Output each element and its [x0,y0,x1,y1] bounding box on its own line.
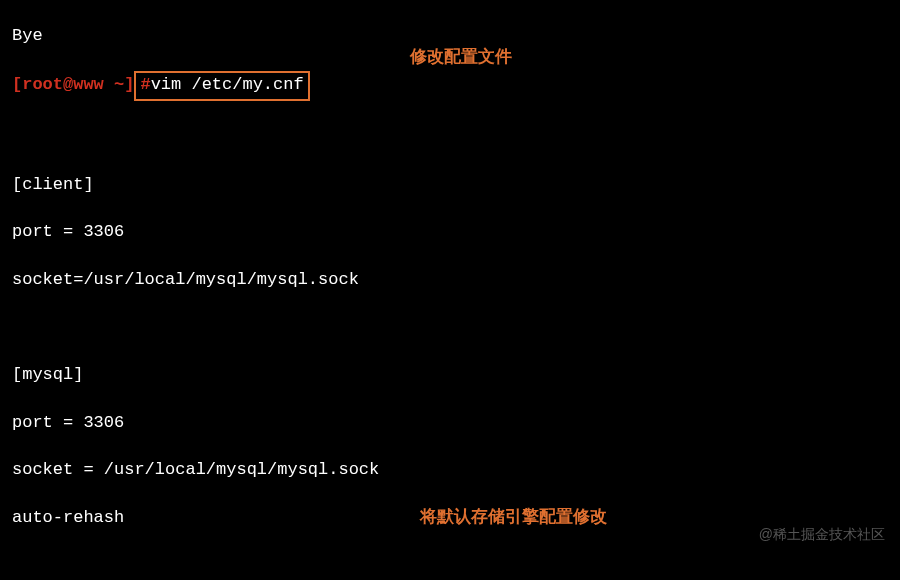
terminal-output[interactable]: Bye [root@www ~]#vim /etc/my.cnf [client… [0,0,900,580]
cfg-mysql-header: [mysql] [12,363,888,387]
watermark: @稀土掘金技术社区 [759,525,885,545]
cfg-mysql-port: port = 3306 [12,411,888,435]
command-text: vim /etc/my.cnf [151,75,304,94]
prompt-user: [root@www ~] [12,75,134,94]
cfg-client-socket: socket=/usr/local/mysql/mysql.sock [12,268,888,292]
command-box: #vim /etc/my.cnf [134,71,309,101]
cfg-mysql-socket: socket = /usr/local/mysql/mysql.sock [12,458,888,482]
annotation-config: 修改配置文件 [410,45,512,69]
cfg-client-port: port = 3306 [12,220,888,244]
line-prompt: [root@www ~]#vim /etc/my.cnf [12,71,888,101]
annotation-engine: 将默认存储引擎配置修改 [420,505,607,529]
cfg-client-header: [client] [12,173,888,197]
prompt-hash: # [140,75,150,94]
